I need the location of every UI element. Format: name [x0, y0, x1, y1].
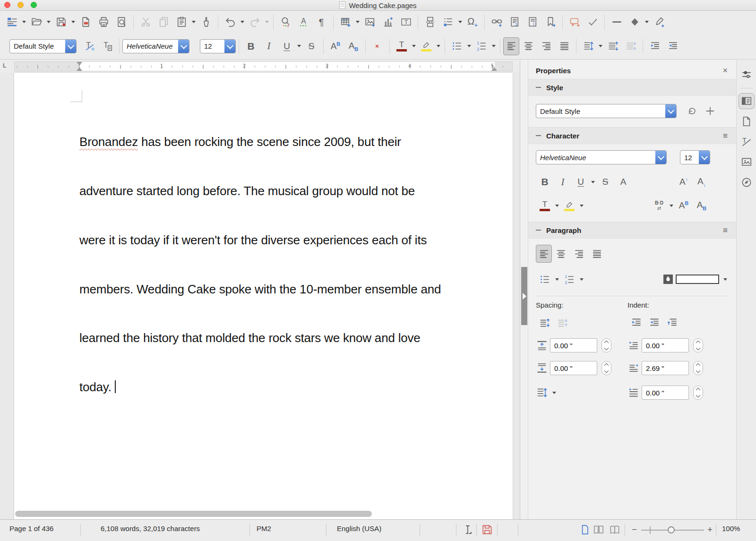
tab-properties[interactable]: [739, 93, 755, 109]
sidebar-font-color-button[interactable]: T: [536, 197, 554, 215]
paste-button[interactable]: [172, 13, 190, 31]
character-section-header[interactable]: Character ≡: [528, 127, 736, 144]
sidebar-splitter-handle[interactable]: [521, 267, 527, 325]
insert-hyperlink-button[interactable]: [488, 13, 506, 31]
before-text-indent-input[interactable]: [642, 338, 689, 352]
first-line-indent-marker[interactable]: [77, 62, 82, 66]
font-name-combo[interactable]: HelveticaNeue: [122, 39, 189, 53]
sidebar-bullet-list-button[interactable]: [536, 270, 554, 288]
insert-field-button[interactable]: [439, 13, 457, 31]
align-justify-button[interactable]: [555, 37, 573, 55]
sidebar-font-size-combo[interactable]: 12: [680, 150, 710, 164]
section-menu-icon[interactable]: ≡: [723, 132, 728, 140]
single-page-view-button[interactable]: [579, 524, 591, 537]
tab-stop-type-selector[interactable]: L: [3, 62, 6, 69]
insert-mode-status[interactable]: [462, 524, 474, 537]
open-menu-caret[interactable]: [47, 21, 51, 23]
copy-button[interactable]: [155, 13, 172, 31]
zoom-level-status[interactable]: 100%: [722, 524, 740, 532]
cut-button[interactable]: [137, 13, 155, 31]
font-color-button[interactable]: T: [393, 37, 411, 55]
multi-page-view-button[interactable]: [593, 524, 605, 537]
above-spacing-stepper[interactable]: [601, 338, 611, 352]
sidebar-highlight-button[interactable]: [560, 197, 578, 215]
redo-menu-caret[interactable]: [265, 21, 269, 23]
underline-button[interactable]: U: [278, 37, 296, 55]
first-line-indent-stepper[interactable]: [693, 386, 703, 400]
sidebar-align-center-button[interactable]: [552, 245, 570, 263]
hanging-indent-button[interactable]: [663, 314, 681, 332]
bullet-list-menu-caret[interactable]: [467, 45, 471, 47]
page-number-status[interactable]: Page 1 of 436: [9, 524, 53, 532]
sidebar-subscript-button[interactable]: AB: [693, 197, 711, 215]
italic-button[interactable]: I: [260, 37, 278, 55]
sidebar-close-icon[interactable]: ×: [722, 66, 728, 75]
align-left-button[interactable]: [503, 37, 519, 55]
page-style-status[interactable]: PM2: [257, 524, 271, 532]
paste-menu-caret[interactable]: [192, 21, 196, 23]
draw-functions-button[interactable]: [650, 13, 668, 31]
line-spacing-button[interactable]: [579, 37, 597, 55]
increase-font-size-button[interactable]: A↑: [675, 173, 693, 191]
tab-navigator[interactable]: [739, 174, 755, 190]
sidebar-strikethrough-button[interactable]: S: [596, 173, 614, 191]
new-style-button[interactable]: T: [98, 37, 116, 55]
sidebar-bullet-list-caret[interactable]: [555, 278, 559, 281]
before-indent-stepper[interactable]: [693, 338, 703, 352]
after-indent-stepper[interactable]: [693, 361, 703, 375]
sidebar-superscript-button[interactable]: AB: [675, 197, 693, 215]
font-size-combo[interactable]: 12: [200, 39, 236, 53]
insert-line-button[interactable]: [608, 13, 626, 31]
paragraph-style-dropdown[interactable]: [65, 40, 76, 53]
background-color-caret[interactable]: [723, 278, 727, 281]
basic-shapes-menu-caret[interactable]: [645, 21, 649, 23]
align-center-button[interactable]: [519, 37, 537, 55]
sidebar-font-size-dropdown[interactable]: [699, 151, 710, 164]
sidebar-bold-button[interactable]: B: [536, 173, 554, 191]
first-line-indent-input[interactable]: [642, 386, 689, 400]
below-paragraph-spacing-input[interactable]: [550, 361, 597, 375]
special-character-button[interactable]: Ω+: [464, 13, 481, 31]
open-button[interactable]: [27, 13, 45, 31]
save-button[interactable]: [52, 13, 70, 31]
increase-indent-sidebar-button[interactable]: [627, 314, 645, 332]
numbered-list-button[interactable]: 12: [472, 37, 490, 55]
tab-styles[interactable]: T: [739, 134, 755, 150]
document-page[interactable]: Bronandez has been rocking the scene sin…: [14, 73, 513, 520]
insert-textbox-button[interactable]: T: [397, 13, 415, 31]
sidebar-underline-button[interactable]: U: [572, 173, 590, 191]
export-pdf-button[interactable]: [77, 13, 94, 31]
decrease-indent-button[interactable]: [664, 37, 682, 55]
increase-paragraph-spacing-button[interactable]: [604, 37, 622, 55]
decrease-font-size-button[interactable]: A↓: [693, 173, 711, 191]
auto-spellcheck-button[interactable]: A: [294, 13, 312, 31]
sidebar-style-dropdown[interactable]: [665, 104, 676, 118]
increase-indent-button[interactable]: [646, 37, 664, 55]
character-spacing-button[interactable]: B·D⇄: [650, 197, 668, 215]
formatting-marks-button[interactable]: ¶: [312, 13, 330, 31]
font-name-dropdown[interactable]: [178, 40, 189, 53]
decrease-paragraph-spacing-button[interactable]: [622, 37, 640, 55]
save-menu-caret[interactable]: [71, 21, 75, 23]
zoom-slider-knob[interactable]: [668, 526, 675, 533]
sidebar-italic-button[interactable]: I: [554, 173, 572, 191]
after-text-indent-input[interactable]: [642, 361, 689, 375]
language-status[interactable]: English (USA): [337, 524, 381, 532]
check-spelling-button[interactable]: [584, 13, 601, 31]
zoom-out-button[interactable]: −: [632, 524, 637, 535]
underline-menu-caret[interactable]: [297, 45, 301, 47]
sidebar-align-left-button[interactable]: [536, 245, 552, 263]
tab-gallery[interactable]: [739, 154, 755, 170]
zoom-in-button[interactable]: +: [707, 524, 713, 535]
align-right-button[interactable]: [537, 37, 555, 55]
above-paragraph-spacing-input[interactable]: [550, 338, 597, 352]
font-color-menu-caret[interactable]: [412, 45, 416, 47]
decrease-indent-sidebar-button[interactable]: [645, 314, 663, 332]
paragraph-style-combo[interactable]: Default Style: [9, 39, 77, 53]
sidebar-numbered-list-button[interactable]: 12: [560, 270, 578, 288]
bold-button[interactable]: B: [242, 37, 260, 55]
sidebar-numbered-list-caret[interactable]: [580, 278, 584, 281]
below-spacing-stepper[interactable]: [601, 361, 611, 375]
strikethrough-button[interactable]: S: [302, 37, 320, 55]
insert-image-button[interactable]: [361, 13, 379, 31]
